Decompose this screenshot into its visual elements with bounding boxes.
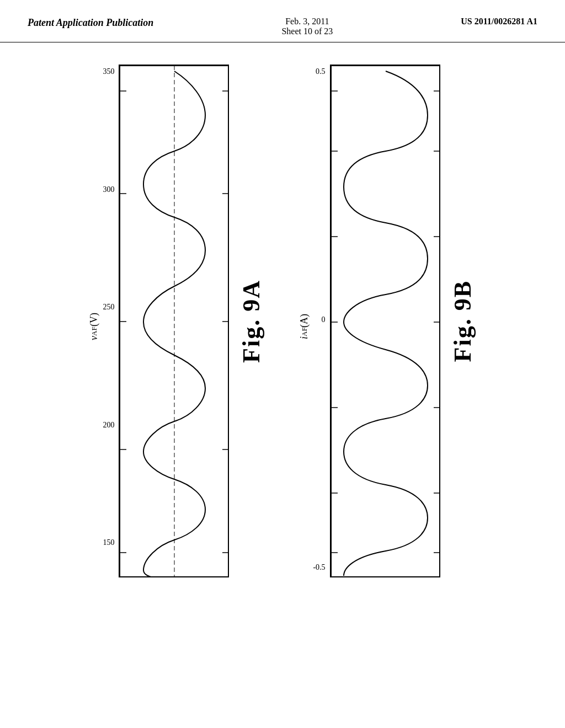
- page-header: Patent Application Publication Feb. 3, 2…: [0, 0, 565, 42]
- chart-9b-yticks: 0.5 0 -0.5: [313, 65, 327, 577]
- ytick-350: 350: [103, 67, 114, 76]
- main-content: vAF(V) 350 300 250 200 150: [0, 42, 565, 599]
- chart-9a-ylabel: vAF(V): [88, 65, 100, 577]
- chart-9a-svg-area: Fig. 9A: [119, 65, 265, 577]
- sheet-number: Sheet 10 of 23: [281, 26, 333, 36]
- chart-9a-svg: [119, 65, 229, 577]
- chart-9b-svg: [330, 65, 440, 577]
- ytick-300: 300: [103, 185, 114, 194]
- patent-number: US 2011/0026281 A1: [461, 17, 537, 26]
- ytick-250: 250: [103, 303, 114, 312]
- chart-9a-block: vAF(V) 350 300 250 200 150: [88, 65, 265, 577]
- chart-9b-svg-area: Fig. 9B: [330, 65, 477, 577]
- fig-9a-label: Fig. 9A: [237, 280, 265, 363]
- ytick-200: 200: [103, 421, 114, 430]
- ytick-150: 150: [103, 538, 114, 547]
- chart-9b-block: iAF(A) 0.5 0 -0.5: [299, 65, 476, 577]
- header-center: Feb. 3, 2011 Sheet 10 of 23: [281, 17, 333, 36]
- publication-title: Patent Application Publication: [28, 17, 153, 29]
- fig-9b-label: Fig. 9B: [449, 280, 477, 362]
- chart-9a-yticks: 350 300 250 200 150: [103, 65, 116, 577]
- chart-9b-ylabel: iAF(A): [299, 65, 310, 577]
- publication-date: Feb. 3, 2011: [285, 17, 329, 26]
- ytick-neg0.5: -0.5: [313, 563, 325, 572]
- ytick-0.5: 0.5: [313, 67, 325, 76]
- ytick-0: 0: [313, 315, 325, 324]
